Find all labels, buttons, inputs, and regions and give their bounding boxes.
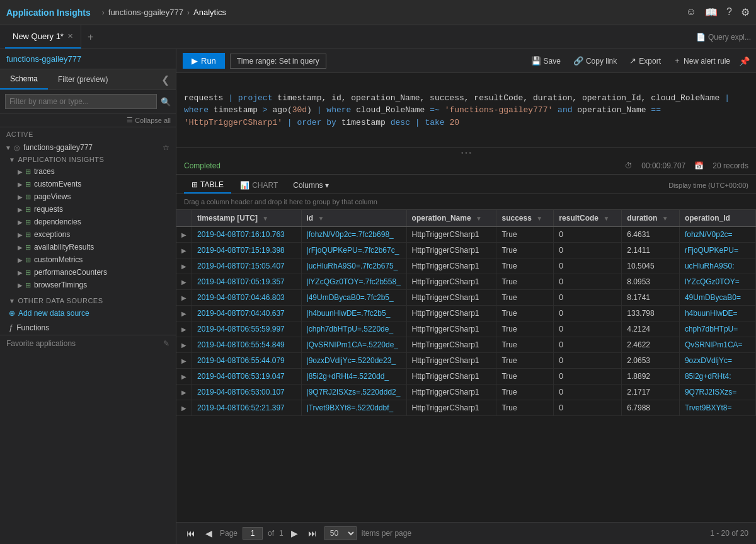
table-icon: ⊞ (25, 193, 31, 201)
app-insights-chevron: ▼ (9, 156, 15, 163)
data-table-wrap[interactable]: timestamp [UTC] ▼ id ▼ operation_Name ▼ … (176, 210, 756, 523)
book-icon[interactable]: 📖 (705, 6, 718, 18)
row-expand-icon[interactable]: ▶ (181, 310, 186, 317)
tab-label: New Query 1* (13, 32, 64, 41)
row-expand-icon[interactable]: ▶ (181, 247, 186, 254)
add-data-source-button[interactable]: ⊕ Add new data source (0, 306, 176, 320)
cell-result-code: 0 (554, 226, 622, 242)
add-tab-button[interactable]: + (81, 32, 100, 43)
col-timestamp[interactable]: timestamp [UTC] ▼ (192, 210, 302, 227)
cell-operation-name: HttpTriggerCSharp1 (406, 226, 496, 242)
collapse-all-button[interactable]: ☰ Collapse all (127, 116, 171, 124)
cell-result-code: 0 (554, 400, 622, 415)
help-icon[interactable]: ? (726, 6, 732, 18)
tab-schema[interactable]: Schema (0, 69, 48, 90)
last-page-button[interactable]: ⏭ (306, 527, 319, 540)
link-icon: 🔗 (573, 56, 583, 66)
columns-button[interactable]: Columns ▾ (287, 178, 335, 192)
row-expand-icon[interactable]: ▶ (181, 373, 186, 380)
col-operation-id[interactable]: operation_Id (679, 210, 755, 227)
collapse-all-icon: ☰ (127, 116, 133, 124)
col-id[interactable]: id ▼ (301, 210, 406, 227)
row-expand-icon[interactable]: ▶ (181, 263, 186, 270)
col-success[interactable]: success ▼ (496, 210, 554, 227)
app-title: Application Insights (6, 8, 91, 18)
cell-duration: 2.1411 (622, 242, 680, 258)
cell-id: |85i2g+dRHt4=.5220dd_ (301, 368, 406, 384)
cell-timestamp: 2019-04-08T06:55:59.997 (192, 321, 302, 337)
table-footer: ⏮ ◀ Page of 1 ▶ ⏭ 50 100 200 items per p… (176, 522, 756, 544)
pin-icon[interactable]: 📌 (739, 56, 750, 66)
tab-close-icon[interactable]: ✕ (67, 32, 73, 40)
row-expand-icon[interactable]: ▶ (181, 357, 186, 364)
row-expand-icon[interactable]: ▶ (181, 389, 186, 396)
row-expand-icon[interactable]: ▶ (181, 294, 186, 301)
cell-success: True (496, 337, 554, 352)
row-expand-icon[interactable]: ▶ (181, 342, 186, 349)
query-expl-button[interactable]: 📄 Query expl... (696, 33, 751, 42)
page-input[interactable] (243, 527, 263, 540)
sidebar-item-dependencies[interactable]: ▶ ⊞ dependencies (0, 216, 176, 228)
settings-icon[interactable]: ⚙ (741, 6, 750, 18)
tab-filter[interactable]: Filter (preview) (48, 70, 118, 89)
table-icon: ⊞ (25, 218, 31, 226)
col-duration[interactable]: duration ▼ (622, 210, 680, 227)
cell-operation-name: HttpTriggerCSharp1 (406, 384, 496, 400)
sidebar-resource-link[interactable]: functions-ggailey777 (0, 49, 176, 69)
query-resize-handle[interactable]: • • • (176, 148, 756, 158)
toolbar: ▶ Run Time range: Set in query 💾 Save 🔗 … (176, 49, 756, 73)
resource-item[interactable]: ▼ ◎ functions-ggailey777 ☆ (0, 141, 176, 154)
next-page-button[interactable]: ▶ (289, 527, 301, 540)
first-page-button[interactable]: ⏮ (184, 527, 198, 540)
table-body: ▶ 2019-04-08T07:16:10.763 |fohzN/V0p2c=.… (176, 226, 756, 415)
smiley-icon[interactable]: ☺ (686, 6, 696, 18)
sidebar-item-requests[interactable]: ▶ ⊞ requests (0, 203, 176, 216)
star-icon[interactable]: ☆ (163, 143, 169, 152)
chevron-icon: ▶ (18, 206, 23, 213)
resource-link[interactable]: functions-ggailey777 (6, 54, 81, 64)
export-button[interactable]: ↗ Export (626, 54, 665, 67)
query-editor[interactable]: requests | project timestamp, id, operat… (176, 73, 756, 148)
table-icon: ⊞ (25, 180, 31, 188)
chevron-icon: ▶ (18, 257, 23, 263)
save-button[interactable]: 💾 Save (527, 54, 564, 67)
sidebar-item-traces[interactable]: ▶ ⊞ traces (0, 165, 176, 178)
filter-input[interactable] (5, 94, 157, 109)
sidebar-item-availabilityResults[interactable]: ▶ ⊞ availabilityResults (0, 241, 176, 253)
sidebar-item-customMetrics[interactable]: ▶ ⊞ customMetrics (0, 253, 176, 266)
row-expand-icon[interactable]: ▶ (181, 405, 186, 412)
breadcrumb-functions[interactable]: functions-ggailey777 (108, 8, 183, 17)
sidebar-item-pageViews[interactable]: ▶ ⊞ pageViews (0, 190, 176, 203)
tab-chart[interactable]: 📊 CHART (232, 178, 285, 193)
cell-success: True (496, 305, 554, 321)
collapse-panel-icon[interactable]: ❮ (161, 74, 176, 86)
edit-favorites-icon[interactable]: ✎ (163, 339, 169, 348)
cell-timestamp: 2019-04-08T06:53:00.107 (192, 384, 302, 400)
cell-result-code: 0 (554, 289, 622, 305)
col-result-code[interactable]: resultCode ▼ (554, 210, 622, 227)
row-expand-icon[interactable]: ▶ (181, 279, 186, 286)
sidebar-item-customEvents[interactable]: ▶ ⊞ customEvents (0, 178, 176, 190)
cell-operation-id: 49UmDBycaB0= (679, 289, 755, 305)
tab-table[interactable]: ⊞ TABLE (184, 177, 231, 194)
cell-id: |49UmDBycaB0=.7fc2b5_ (301, 289, 406, 305)
time-range-button[interactable]: Time range: Set in query (230, 54, 326, 69)
cell-operation-id: fohzN/V0p2c= (679, 226, 755, 242)
row-expand-icon[interactable]: ▶ (181, 231, 186, 238)
per-page-select[interactable]: 50 100 200 (324, 526, 357, 540)
play-icon: ▶ (192, 56, 198, 66)
cell-result-code: 0 (554, 321, 622, 337)
prev-page-button[interactable]: ◀ (203, 527, 215, 540)
row-expand-icon[interactable]: ▶ (181, 326, 186, 333)
col-operation-name[interactable]: operation_Name ▼ (406, 210, 496, 227)
sidebar-item-browserTimings[interactable]: ▶ ⊞ browserTimings (0, 279, 176, 291)
tab-new-query[interactable]: New Query 1* ✕ (5, 25, 81, 49)
functions-item[interactable]: ƒ Functions (0, 320, 176, 335)
cell-result-code: 0 (554, 274, 622, 289)
new-alert-button[interactable]: ＋ New alert rule (670, 54, 734, 68)
table-row: ▶ 2019-04-08T07:15:05.407 |ucHluRhA9S0=.… (176, 258, 756, 274)
run-button[interactable]: ▶ Run (183, 53, 225, 69)
sidebar-item-exceptions[interactable]: ▶ ⊞ exceptions (0, 228, 176, 241)
copy-link-button[interactable]: 🔗 Copy link (570, 54, 621, 67)
sidebar-item-performanceCounters[interactable]: ▶ ⊞ performanceCounters (0, 266, 176, 279)
